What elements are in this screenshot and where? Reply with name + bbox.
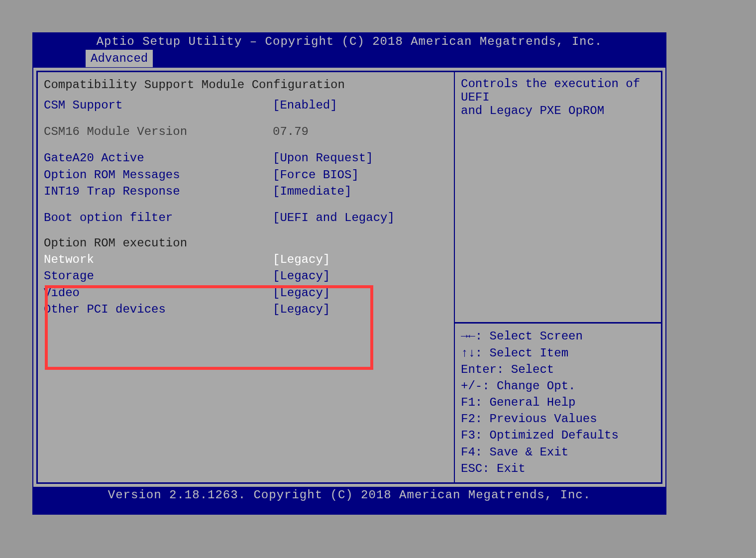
bios-body: Compatibility Support Module Configurati… bbox=[33, 68, 665, 487]
section-title: Compatibility Support Module Configurati… bbox=[44, 78, 448, 92]
int19-value: [Immediate] bbox=[273, 184, 448, 199]
footer-bar: Version 2.18.1263. Copyright (C) 2018 Am… bbox=[33, 487, 665, 503]
csm-support-label: CSM Support bbox=[44, 98, 273, 113]
nav-enter: Enter: Select bbox=[461, 362, 655, 377]
setting-oprom-msgs[interactable]: Option ROM Messages [Force BIOS] bbox=[44, 167, 448, 183]
other-pci-value: [Legacy] bbox=[273, 302, 448, 317]
setting-csm16-version: CSM16 Module Version 07.79 bbox=[44, 124, 448, 139]
oprom-msgs-label: Option ROM Messages bbox=[44, 167, 273, 183]
nav-esc: ESC: Exit bbox=[461, 461, 655, 476]
tab-advanced[interactable]: Advanced bbox=[86, 50, 153, 67]
setting-int19[interactable]: INT19 Trap Response [Immediate] bbox=[44, 184, 448, 199]
help-text-line1: Controls the execution of UEFI bbox=[461, 77, 655, 104]
csm-support-value: [Enabled] bbox=[273, 98, 448, 113]
setting-csm-support[interactable]: CSM Support [Enabled] bbox=[44, 98, 448, 113]
oprom-exec-title: Option ROM execution bbox=[44, 236, 448, 250]
nav-help: →←: Select Screen ↑↓: Select Item Enter:… bbox=[461, 319, 655, 477]
panel-right: Controls the execution of UEFI and Legac… bbox=[454, 71, 662, 484]
setting-storage[interactable]: Storage [Legacy] bbox=[44, 268, 448, 284]
int19-label: INT19 Trap Response bbox=[44, 184, 273, 199]
video-label: Video bbox=[44, 285, 273, 301]
help-text-line2: and Legacy PXE OpROM bbox=[461, 104, 655, 117]
network-label: Network bbox=[44, 252, 273, 267]
setting-video[interactable]: Video [Legacy] bbox=[44, 285, 448, 301]
setting-network[interactable]: Network [Legacy] bbox=[44, 252, 448, 267]
video-value: [Legacy] bbox=[273, 285, 448, 301]
nav-f4: F4: Save & Exit bbox=[461, 445, 655, 460]
title-bar: Aptio Setup Utility – Copyright (C) 2018… bbox=[33, 33, 665, 50]
tab-bar: Advanced bbox=[33, 50, 665, 68]
network-value: [Legacy] bbox=[273, 252, 448, 267]
boot-filter-value: [UEFI and Legacy] bbox=[273, 210, 448, 225]
nav-f1: F1: General Help bbox=[461, 395, 655, 410]
storage-label: Storage bbox=[44, 268, 273, 284]
gatea20-value: [Upon Request] bbox=[273, 150, 448, 166]
oprom-msgs-value: [Force BIOS] bbox=[273, 167, 448, 183]
nav-select-screen: →←: Select Screen bbox=[461, 329, 655, 344]
nav-f2: F2: Previous Values bbox=[461, 411, 655, 427]
storage-value: [Legacy] bbox=[273, 268, 448, 284]
panel-left: Compatibility Support Module Configurati… bbox=[36, 71, 454, 484]
csm16-value: 07.79 bbox=[273, 124, 448, 139]
boot-filter-label: Boot option filter bbox=[44, 210, 273, 225]
help-divider bbox=[455, 322, 661, 324]
other-pci-label: Other PCI devices bbox=[44, 302, 273, 317]
nav-f3: F3: Optimized Defaults bbox=[461, 428, 655, 443]
nav-change-opt: +/-: Change Opt. bbox=[461, 378, 655, 394]
bios-window: Aptio Setup Utility – Copyright (C) 2018… bbox=[32, 32, 666, 515]
gatea20-label: GateA20 Active bbox=[44, 150, 273, 166]
setting-other-pci[interactable]: Other PCI devices [Legacy] bbox=[44, 302, 448, 317]
csm16-label: CSM16 Module Version bbox=[44, 124, 273, 139]
setting-gatea20[interactable]: GateA20 Active [Upon Request] bbox=[44, 150, 448, 166]
nav-select-item: ↑↓: Select Item bbox=[461, 345, 655, 361]
setting-boot-filter[interactable]: Boot option filter [UEFI and Legacy] bbox=[44, 210, 448, 225]
